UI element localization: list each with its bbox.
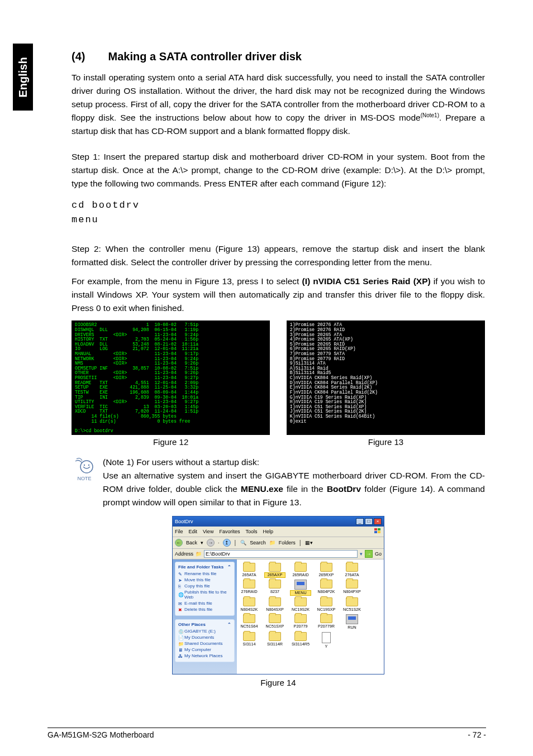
file-item[interactable]: 265RAID [291, 563, 311, 577]
note-row: NOTE (Note 1) For users without a startu… [72, 456, 485, 509]
file-item[interactable]: 276ATA [342, 563, 362, 577]
task-link[interactable]: 🌐Publish this file to the Web [178, 590, 231, 600]
menu-item[interactable]: File [175, 529, 183, 534]
svg-rect-5 [374, 531, 377, 533]
place-link[interactable]: 🖧My Network Places [178, 653, 231, 658]
back-label[interactable]: Back [186, 540, 197, 546]
file-item[interactable]: P20779R [316, 614, 336, 630]
file-item[interactable]: NC19SXP [316, 597, 336, 612]
file-item[interactable]: NC51S64 [239, 614, 259, 630]
maximize-button[interactable]: □ [365, 518, 373, 525]
folders-label[interactable]: Folders [279, 540, 296, 546]
menu-item[interactable]: Edit [189, 529, 198, 534]
task-link[interactable]: ⎘Copy this file [178, 583, 231, 588]
docs-icon: 📄 [178, 635, 183, 640]
collapse-icon[interactable]: ⌃ [227, 622, 231, 627]
menu-bar: File Edit View Favorites Tools Help [173, 527, 384, 537]
file-item[interactable]: 265RXP [316, 563, 336, 577]
menu-item[interactable]: Favorites [219, 529, 240, 534]
file-item[interactable]: NC51S2K [342, 597, 362, 612]
step1-paragraph: Step 1: Insert the prepared startup disk… [72, 150, 485, 190]
file-item[interactable]: SI3114R5 [291, 632, 311, 649]
menu-item[interactable]: View [203, 529, 213, 534]
go-label[interactable]: Go [375, 551, 382, 557]
page-footer: GA-M51GM-S2G Motherboard - 72 - [47, 728, 486, 739]
folder-icon [346, 597, 358, 606]
svg-point-0 [80, 461, 93, 473]
file-item[interactable]: N804P2K [316, 580, 336, 595]
place-link[interactable]: 💿GIGABYTE (E:) [178, 629, 231, 634]
task-link[interactable]: ✎Rename this file [178, 571, 231, 576]
explorer-body: File and Folder Tasks⌃ ✎Rename this file… [173, 559, 384, 674]
place-link[interactable]: 🖥My Computer [178, 647, 231, 652]
menu-item[interactable]: Help [263, 529, 273, 534]
file-item[interactable]: P20779 [291, 614, 311, 630]
copy-icon: ⎘ [178, 584, 183, 588]
heading-title: Making a SATA controller driver disk [108, 50, 302, 63]
file-label: 265AXP [265, 573, 285, 577]
figure14-block: BootDrv _ □ × File Edit View Favorites T… [172, 516, 384, 687]
folders-icon[interactable]: 📁 [269, 540, 275, 546]
views-icon[interactable]: ▦▾ [305, 540, 313, 546]
file-item[interactable]: MENU [291, 580, 311, 595]
figures-row: DIOOBSR2 1 10-08-02 7:51p DISWHQL DLL 94… [72, 320, 485, 447]
folder-icon: 📁 [196, 551, 202, 557]
collapse-icon[interactable]: ⌃ [227, 564, 231, 570]
publish-icon: 🌐 [178, 592, 183, 597]
back-icon[interactable]: ← [175, 539, 183, 547]
file-item[interactable]: 276RAID [239, 580, 259, 595]
file-item[interactable]: Y [316, 632, 336, 649]
window-title: BootDrv [175, 519, 193, 524]
windows-flag-icon [374, 528, 382, 535]
file-item[interactable]: N804S2K [239, 597, 259, 612]
search-label[interactable]: Search [250, 540, 266, 546]
figure12-caption: Figure 12 [72, 437, 270, 447]
up-icon[interactable]: ↥ [223, 539, 231, 547]
file-label: N804SXP [265, 607, 285, 612]
file-label: NC19S2K [291, 607, 311, 612]
file-item[interactable]: 265ATA [239, 563, 259, 577]
file-item[interactable]: 265AXP [265, 563, 285, 577]
file-item[interactable]: N804PXP [342, 580, 362, 595]
minimize-button[interactable]: _ [356, 518, 364, 525]
dos-directory-listing: DIOOBSR2 1 10-08-02 7:51p DISWHQL DLL 94… [72, 320, 270, 435]
forward-icon: → [207, 539, 215, 547]
search-icon[interactable]: 🔍 [240, 540, 246, 546]
file-item[interactable]: SI3114R [265, 632, 285, 649]
file-label: P20779R [316, 624, 336, 629]
menu-item[interactable]: Tools [245, 529, 257, 534]
note-bootdrv: BootDrv [327, 484, 361, 494]
file-label: Y [316, 644, 336, 649]
intro-superscript: (Note1) [421, 112, 439, 118]
folder-icon [320, 597, 332, 606]
network-icon: 🖧 [178, 654, 183, 658]
folder-icon [269, 580, 281, 588]
command-line: cd bootdrv [72, 198, 485, 213]
file-item[interactable]: NC51SXP [265, 614, 285, 630]
file-label: SI3114R5 [291, 642, 311, 647]
file-label: NC51S64 [239, 624, 259, 629]
window-buttons: _ □ × [356, 518, 382, 525]
footer-left: GA-M51GM-S2G Motherboard [47, 730, 434, 739]
folder-icon [294, 632, 307, 641]
tasks-title: File and Folder Tasks [178, 564, 223, 570]
file-label: NC19SXP [316, 607, 336, 612]
close-button[interactable]: × [374, 518, 382, 525]
file-item[interactable]: NC19S2K [291, 597, 311, 612]
file-item[interactable]: N804SXP [265, 597, 285, 612]
place-link[interactable]: 📁Shared Documents [178, 641, 231, 646]
file-label: RUN [342, 625, 362, 630]
svg-rect-4 [378, 528, 380, 530]
file-item[interactable]: SI3114 [239, 632, 259, 649]
file-item[interactable]: 8237 [265, 580, 285, 595]
place-link[interactable]: 📄My Documents [178, 635, 231, 640]
task-link[interactable]: ✖Delete this file [178, 607, 231, 612]
task-link[interactable]: ➤Move this file [178, 577, 231, 582]
page-content: (4) Making a SATA controller driver disk… [72, 50, 485, 690]
file-item[interactable]: RUN [342, 614, 362, 630]
address-input[interactable] [204, 550, 358, 558]
address-label: Address [175, 551, 193, 557]
go-button[interactable]: → [365, 550, 373, 558]
figure12-block: DIOOBSR2 1 10-08-02 7:51p DISWHQL DLL 94… [72, 320, 270, 447]
task-link[interactable]: ✉E-mail this file [178, 601, 231, 606]
